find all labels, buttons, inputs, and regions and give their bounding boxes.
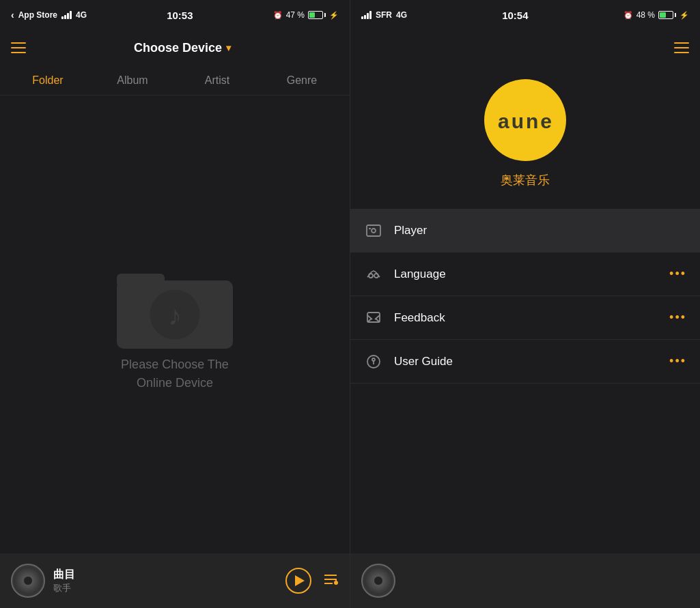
right-status-right: ⏰ 48 % ⚡	[624, 10, 689, 20]
left-status-left: ‹ App Store 4G	[11, 10, 87, 20]
right-disc-icon	[361, 564, 395, 598]
left-status-right: ⏰ 47 % ⚡	[273, 10, 339, 20]
logo-area: aune 奥莱音乐	[350, 66, 700, 209]
left-status-bar: ‹ App Store 4G 10:53 ⏰ 47 % ⚡	[0, 0, 350, 30]
menu-item-language[interactable]: Language •••	[350, 252, 700, 296]
player-label: Player	[394, 224, 686, 237]
right-status-left: SFR 4G	[361, 10, 407, 20]
language-icon	[364, 265, 383, 284]
menu-item-feedback[interactable]: Feedback •••	[350, 296, 700, 340]
track-title: 曲目	[53, 568, 277, 582]
menu-item-player[interactable]: Player	[350, 209, 700, 252]
time-right: 10:54	[502, 10, 528, 21]
user-guide-label: User Guide	[394, 355, 658, 368]
language-label: Language	[394, 267, 658, 281]
feedback-icon	[364, 308, 383, 328]
brand-logo: aune	[484, 79, 566, 161]
player-icon	[364, 221, 383, 240]
menu-item-user-guide[interactable]: User Guide •••	[350, 340, 700, 383]
right-header	[350, 30, 700, 66]
chevron-down-icon[interactable]: ▾	[226, 42, 231, 53]
battery-icon-left	[308, 11, 326, 19]
left-bottom-bar: 曲目 歌手	[0, 553, 350, 608]
track-artist: 歌手	[53, 582, 277, 594]
tab-folder[interactable]: Folder	[5, 69, 90, 92]
right-hamburger-icon[interactable]	[674, 42, 689, 53]
right-signal-icon	[361, 11, 372, 19]
feedback-dots: •••	[669, 310, 686, 325]
tab-artist[interactable]: Artist	[175, 69, 260, 92]
time-left: 10:53	[167, 10, 193, 21]
bottom-controls	[285, 568, 339, 594]
network-type-left: 4G	[76, 10, 87, 20]
brand-chinese-name: 奥莱音乐	[501, 172, 550, 188]
right-disc-center	[374, 576, 383, 585]
carrier-label: SFR	[376, 10, 392, 20]
settings-menu-list: Player Language •••	[350, 209, 700, 553]
right-alarm-icon: ⏰	[624, 11, 633, 20]
svg-rect-12	[369, 228, 371, 229]
aune-logo-svg: aune	[494, 106, 556, 134]
right-panel: SFR 4G 10:54 ⏰ 48 % ⚡ aun	[350, 0, 700, 608]
right-bottom-bar	[350, 553, 700, 608]
tab-album[interactable]: Album	[90, 69, 175, 92]
battery-pct-left: 47 %	[286, 10, 305, 20]
header-title: Choose Device ▾	[26, 41, 339, 55]
queue-icon[interactable]	[322, 571, 339, 591]
user-guide-dots: •••	[669, 354, 686, 368]
svg-rect-10	[367, 225, 380, 236]
right-network-type: 4G	[396, 10, 407, 20]
placeholder-text: Please Choose The Online Device	[121, 356, 229, 392]
right-charging-icon: ⚡	[680, 11, 689, 20]
svg-text:♪: ♪	[168, 300, 182, 330]
signal-icon	[61, 11, 72, 19]
disc-center	[23, 576, 33, 585]
choose-device-label: Choose Device	[134, 41, 222, 55]
play-button[interactable]	[285, 568, 311, 594]
app-store-label: App Store	[18, 10, 57, 20]
track-info: 曲目 歌手	[53, 568, 277, 594]
disc-icon	[11, 564, 45, 598]
right-status-bar: SFR 4G 10:54 ⏰ 48 % ⚡	[350, 0, 700, 30]
folder-icon: ♪	[110, 257, 240, 356]
alarm-icon: ⏰	[273, 11, 283, 20]
user-guide-icon	[364, 352, 383, 371]
main-content-area: ♪ Please Choose The Online Device	[0, 96, 350, 553]
tab-bar: Folder Album Artist Genre	[0, 66, 350, 96]
language-dots: •••	[669, 267, 686, 281]
feedback-label: Feedback	[394, 311, 658, 325]
svg-point-11	[372, 229, 376, 233]
left-header: Choose Device ▾	[0, 30, 350, 66]
svg-point-20	[372, 358, 375, 361]
svg-point-7	[334, 581, 338, 585]
right-battery-pct: 48 %	[636, 10, 655, 20]
hamburger-menu-icon[interactable]	[11, 42, 26, 53]
left-panel: ‹ App Store 4G 10:53 ⏰ 47 % ⚡	[0, 0, 350, 608]
back-arrow-icon[interactable]: ‹	[11, 10, 14, 20]
tab-genre[interactable]: Genre	[260, 69, 344, 92]
charging-icon-left: ⚡	[329, 11, 339, 20]
svg-rect-1	[117, 274, 165, 287]
svg-text:aune: aune	[498, 110, 554, 132]
right-battery-icon	[658, 11, 676, 19]
